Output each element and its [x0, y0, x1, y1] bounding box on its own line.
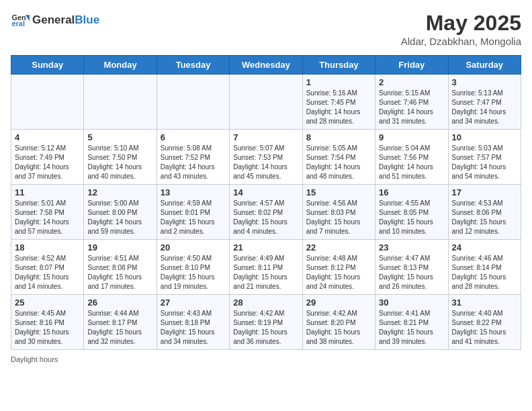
calendar-day-header: Sunday — [11, 56, 84, 75]
day-number: 24 — [452, 242, 517, 253]
day-number: 19 — [87, 242, 152, 253]
day-number: 18 — [15, 242, 80, 253]
day-detail: Sunrise: 5:07 AM Sunset: 7:53 PM Dayligh… — [233, 144, 298, 181]
day-detail: Sunrise: 5:00 AM Sunset: 8:00 PM Dayligh… — [87, 199, 152, 236]
calendar-cell: 30Sunrise: 4:41 AM Sunset: 8:21 PM Dayli… — [375, 295, 448, 350]
calendar-header-row: SundayMondayTuesdayWednesdayThursdayFrid… — [11, 56, 521, 75]
day-detail: Sunrise: 4:51 AM Sunset: 8:08 PM Dayligh… — [87, 254, 152, 291]
day-detail: Sunrise: 4:40 AM Sunset: 8:22 PM Dayligh… — [452, 309, 517, 347]
logo-icon: Gen eral — [11, 11, 30, 30]
calendar-day-header: Tuesday — [157, 56, 229, 75]
calendar-cell: 9Sunrise: 5:04 AM Sunset: 7:56 PM Daylig… — [375, 130, 448, 185]
page-header: Gen eral GeneralBlue May 2025 Aldar, Dza… — [11, 11, 521, 47]
day-detail: Sunrise: 4:52 AM Sunset: 8:07 PM Dayligh… — [15, 254, 80, 291]
day-number: 29 — [306, 298, 371, 308]
day-number: 17 — [452, 187, 517, 197]
day-number: 27 — [161, 298, 226, 308]
day-detail: Sunrise: 4:48 AM Sunset: 8:12 PM Dayligh… — [306, 254, 371, 291]
calendar-week-row: 1Sunrise: 5:16 AM Sunset: 7:45 PM Daylig… — [11, 75, 521, 130]
calendar-week-row: 25Sunrise: 4:45 AM Sunset: 8:16 PM Dayli… — [11, 295, 521, 350]
day-detail: Sunrise: 5:13 AM Sunset: 7:47 PM Dayligh… — [452, 89, 517, 126]
calendar-week-row: 18Sunrise: 4:52 AM Sunset: 8:07 PM Dayli… — [11, 240, 521, 295]
day-number: 21 — [233, 242, 298, 253]
day-number: 5 — [87, 132, 152, 142]
calendar-cell: 21Sunrise: 4:49 AM Sunset: 8:11 PM Dayli… — [230, 240, 302, 295]
day-number: 9 — [379, 132, 444, 142]
month-title: May 2025 — [401, 11, 521, 36]
day-detail: Sunrise: 5:03 AM Sunset: 7:57 PM Dayligh… — [452, 144, 517, 181]
calendar-cell: 29Sunrise: 4:42 AM Sunset: 8:20 PM Dayli… — [302, 295, 375, 350]
calendar-cell: 4Sunrise: 5:12 AM Sunset: 7:49 PM Daylig… — [11, 130, 84, 185]
day-detail: Sunrise: 4:49 AM Sunset: 8:11 PM Dayligh… — [233, 254, 298, 291]
calendar-cell: 10Sunrise: 5:03 AM Sunset: 7:57 PM Dayli… — [448, 130, 521, 185]
day-detail: Sunrise: 4:41 AM Sunset: 8:21 PM Dayligh… — [379, 309, 444, 347]
calendar-cell: 8Sunrise: 5:05 AM Sunset: 7:54 PM Daylig… — [302, 130, 375, 185]
day-detail: Sunrise: 5:15 AM Sunset: 7:46 PM Dayligh… — [379, 89, 444, 126]
calendar-cell: 31Sunrise: 4:40 AM Sunset: 8:22 PM Dayli… — [448, 295, 521, 350]
day-number: 25 — [15, 298, 80, 308]
day-number: 10 — [452, 132, 517, 142]
location-title: Aldar, Dzabkhan, Mongolia — [401, 36, 521, 47]
day-detail: Sunrise: 4:50 AM Sunset: 8:10 PM Dayligh… — [161, 254, 226, 291]
calendar-table: SundayMondayTuesdayWednesdayThursdayFrid… — [11, 55, 521, 350]
calendar-cell: 20Sunrise: 4:50 AM Sunset: 8:10 PM Dayli… — [157, 240, 229, 295]
day-detail: Sunrise: 4:53 AM Sunset: 8:06 PM Dayligh… — [452, 199, 517, 236]
day-number: 11 — [15, 187, 80, 197]
calendar-cell: 25Sunrise: 4:45 AM Sunset: 8:16 PM Dayli… — [11, 295, 84, 350]
calendar-cell: 26Sunrise: 4:44 AM Sunset: 8:17 PM Dayli… — [84, 295, 157, 350]
calendar-week-row: 11Sunrise: 5:01 AM Sunset: 7:58 PM Dayli… — [11, 185, 521, 240]
calendar-cell: 24Sunrise: 4:46 AM Sunset: 8:14 PM Dayli… — [448, 240, 521, 295]
day-number: 31 — [452, 298, 517, 308]
calendar-cell — [230, 75, 302, 130]
calendar-cell: 17Sunrise: 4:53 AM Sunset: 8:06 PM Dayli… — [448, 185, 521, 240]
day-number: 20 — [161, 242, 226, 253]
calendar-day-header: Saturday — [448, 56, 521, 75]
day-detail: Sunrise: 4:56 AM Sunset: 8:03 PM Dayligh… — [306, 199, 371, 236]
day-number: 15 — [306, 187, 371, 197]
logo-general-text: General — [32, 13, 75, 26]
calendar-cell: 13Sunrise: 4:59 AM Sunset: 8:01 PM Dayli… — [157, 185, 229, 240]
calendar-day-header: Monday — [84, 56, 157, 75]
title-block: May 2025 Aldar, Dzabkhan, Mongolia — [401, 11, 521, 47]
day-number: 28 — [233, 298, 298, 308]
day-number: 6 — [161, 132, 226, 142]
day-detail: Sunrise: 5:01 AM Sunset: 7:58 PM Dayligh… — [15, 199, 80, 236]
day-detail: Sunrise: 4:46 AM Sunset: 8:14 PM Dayligh… — [452, 254, 517, 291]
day-number: 1 — [306, 77, 371, 87]
day-number: 23 — [379, 242, 444, 253]
svg-text:eral: eral — [12, 19, 25, 28]
calendar-cell: 14Sunrise: 4:57 AM Sunset: 8:02 PM Dayli… — [230, 185, 302, 240]
calendar-cell: 11Sunrise: 5:01 AM Sunset: 7:58 PM Dayli… — [11, 185, 84, 240]
day-detail: Sunrise: 4:55 AM Sunset: 8:05 PM Dayligh… — [379, 199, 444, 236]
calendar-cell: 5Sunrise: 5:10 AM Sunset: 7:50 PM Daylig… — [84, 130, 157, 185]
calendar-day-header: Wednesday — [230, 56, 302, 75]
calendar-cell: 27Sunrise: 4:43 AM Sunset: 8:18 PM Dayli… — [157, 295, 229, 350]
day-detail: Sunrise: 5:16 AM Sunset: 7:45 PM Dayligh… — [306, 89, 371, 126]
day-number: 3 — [452, 77, 517, 87]
day-detail: Sunrise: 4:43 AM Sunset: 8:18 PM Dayligh… — [161, 309, 226, 347]
day-number: 8 — [306, 132, 371, 142]
calendar-cell: 2Sunrise: 5:15 AM Sunset: 7:46 PM Daylig… — [375, 75, 448, 130]
day-detail: Sunrise: 5:04 AM Sunset: 7:56 PM Dayligh… — [379, 144, 444, 181]
calendar-week-row: 4Sunrise: 5:12 AM Sunset: 7:49 PM Daylig… — [11, 130, 521, 185]
calendar-cell: 3Sunrise: 5:13 AM Sunset: 7:47 PM Daylig… — [448, 75, 521, 130]
calendar-cell — [84, 75, 157, 130]
day-detail: Sunrise: 4:45 AM Sunset: 8:16 PM Dayligh… — [15, 309, 80, 347]
day-detail: Sunrise: 4:59 AM Sunset: 8:01 PM Dayligh… — [161, 199, 226, 236]
day-number: 14 — [233, 187, 298, 197]
calendar-day-header: Thursday — [302, 56, 375, 75]
day-detail: Sunrise: 5:05 AM Sunset: 7:54 PM Dayligh… — [306, 144, 371, 181]
calendar-cell: 6Sunrise: 5:08 AM Sunset: 7:52 PM Daylig… — [157, 130, 229, 185]
calendar-cell — [157, 75, 229, 130]
day-detail: Sunrise: 5:10 AM Sunset: 7:50 PM Dayligh… — [87, 144, 152, 181]
day-number: 7 — [233, 132, 298, 142]
day-detail: Sunrise: 4:47 AM Sunset: 8:13 PM Dayligh… — [379, 254, 444, 291]
day-number: 2 — [379, 77, 444, 87]
calendar-cell: 18Sunrise: 4:52 AM Sunset: 8:07 PM Dayli… — [11, 240, 84, 295]
calendar-cell: 16Sunrise: 4:55 AM Sunset: 8:05 PM Dayli… — [375, 185, 448, 240]
logo: Gen eral GeneralBlue — [11, 11, 99, 30]
calendar-cell: 19Sunrise: 4:51 AM Sunset: 8:08 PM Dayli… — [84, 240, 157, 295]
day-number: 22 — [306, 242, 371, 253]
calendar-cell: 28Sunrise: 4:42 AM Sunset: 8:19 PM Dayli… — [230, 295, 302, 350]
footer: Daylight hours — [11, 355, 521, 363]
